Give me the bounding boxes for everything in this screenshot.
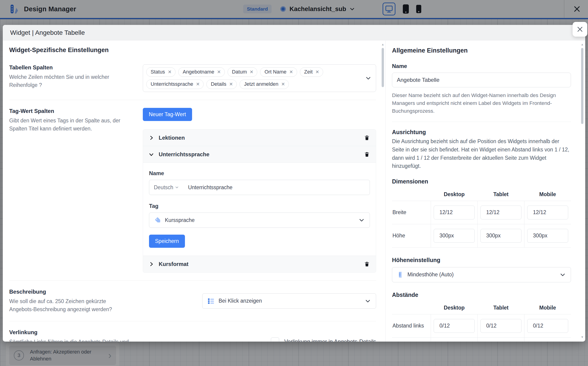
widget-specific-panel: Widget-Spezifische Einstellungen Tabelle… bbox=[3, 41, 385, 342]
verlinkung-checkbox[interactable] bbox=[271, 337, 279, 342]
table-row: Abstand oben bbox=[392, 337, 571, 342]
accordion-row-lektionen[interactable]: Lektionen bbox=[143, 130, 376, 146]
hoehe-tablet-input[interactable] bbox=[480, 229, 521, 243]
column-chip: Details✕ bbox=[206, 79, 237, 89]
dimensionen-label: Dimensionen bbox=[392, 178, 571, 185]
hoeheneinstellung-value: Mindesthöhe (Auto) bbox=[407, 272, 556, 278]
modal-header: Widget | Angebote Tabelle bbox=[3, 25, 585, 41]
column-header: Tablet bbox=[478, 188, 524, 201]
accordion-row-kursformat[interactable]: Kursformat bbox=[143, 256, 376, 272]
field-description: Wie soll die auf ca. 250 Zeichen gekürzt… bbox=[9, 297, 129, 313]
trash-icon[interactable] bbox=[364, 152, 370, 157]
chevron-down-icon[interactable] bbox=[560, 272, 566, 278]
field-description: Welche Zeilen möchten Sie und in welcher… bbox=[9, 73, 129, 89]
column-header: Mobile bbox=[524, 301, 571, 314]
column-header: Desktop bbox=[431, 188, 478, 201]
tag-name-value: Unterrichtssprache bbox=[188, 184, 232, 191]
right-panel-scrollbar: ▲ ▼ bbox=[581, 43, 584, 339]
scrollbar-thumb[interactable] bbox=[382, 48, 384, 87]
spacing-table: Desktop Tablet Mobile Abstand links Abst… bbox=[392, 301, 571, 342]
chevron-down-icon[interactable] bbox=[149, 152, 154, 157]
hoehe-mobile-input[interactable] bbox=[527, 229, 568, 243]
left-panel-scrollbar: ▲ bbox=[381, 43, 384, 339]
modal-close-button[interactable] bbox=[573, 22, 587, 37]
chip-remove-icon[interactable]: ✕ bbox=[250, 70, 253, 74]
chip-remove-icon[interactable]: ✕ bbox=[229, 82, 233, 86]
table-row: Höhe bbox=[392, 224, 571, 247]
chip-remove-icon[interactable]: ✕ bbox=[217, 70, 221, 74]
field-description: Gibt den Wert eines Tags in der Spalte a… bbox=[9, 117, 129, 132]
chevron-right-icon[interactable] bbox=[149, 262, 154, 267]
right-panel-heading: Allgemeine Einstellungen bbox=[392, 47, 571, 54]
screen: Design Manager Standard Kachelansicht_su… bbox=[0, 0, 588, 366]
scrollbar-thumb[interactable] bbox=[581, 48, 583, 124]
column-chip: Jetzt anmelden✕ bbox=[239, 79, 289, 89]
section-tabellen-spalten: Tabellen Spalten Welche Zeilen möchten S… bbox=[9, 64, 376, 92]
left-panel-heading: Widget-Spezifische Einstellungen bbox=[9, 46, 376, 54]
column-header: Tablet bbox=[478, 301, 524, 314]
tag-select[interactable]: Kurssprache bbox=[149, 213, 370, 228]
table-row: Breite bbox=[392, 201, 571, 224]
chip-remove-icon[interactable]: ✕ bbox=[168, 70, 171, 74]
new-tag-value-button[interactable]: Neuer Tag-Wert bbox=[143, 108, 192, 121]
tag-select-value: Kurssprache bbox=[165, 217, 354, 223]
description-select-value: Bei Klick anzeigen bbox=[219, 298, 361, 304]
abstand-links-mobile-input[interactable] bbox=[527, 319, 568, 333]
abstand-links-tablet-input[interactable] bbox=[480, 319, 521, 333]
column-chip: Datum✕ bbox=[228, 67, 258, 77]
accordion-row-unterrichtssprache[interactable]: Unterrichtssprache bbox=[143, 146, 376, 163]
field-label: Tabellen Spalten bbox=[9, 64, 129, 71]
trash-icon[interactable] bbox=[364, 261, 370, 267]
field-label: Tag-Wert Spalten bbox=[9, 108, 129, 114]
tag-value-accordion-list: Lektionen Unterrichtssprache bbox=[143, 129, 376, 273]
name-label: Name bbox=[149, 170, 370, 176]
chevron-down-icon[interactable] bbox=[365, 75, 371, 81]
language-selector[interactable]: Deutsch bbox=[154, 184, 179, 191]
modal-title: Widget | Angebote Tabelle bbox=[10, 29, 85, 36]
hoehe-desktop-input[interactable] bbox=[434, 229, 475, 243]
general-settings-panel: Allgemeine Einstellungen Name Dieser Nam… bbox=[385, 41, 585, 342]
row-label: Höhe bbox=[392, 224, 431, 247]
breite-mobile-input[interactable] bbox=[527, 206, 568, 219]
section-divider bbox=[9, 321, 376, 321]
description-display-select[interactable]: Bei Klick anzeigen bbox=[202, 293, 376, 309]
scroll-down-arrow[interactable]: ▼ bbox=[581, 336, 584, 339]
column-header: Desktop bbox=[431, 301, 478, 314]
chip-remove-icon[interactable]: ✕ bbox=[289, 70, 293, 74]
tag-name-input[interactable]: Deutsch Unterrichtssprache bbox=[149, 180, 370, 195]
scroll-up-arrow[interactable]: ▲ bbox=[581, 43, 584, 46]
column-chip: Status✕ bbox=[146, 67, 176, 77]
column-chip: Angebotname✕ bbox=[178, 67, 225, 77]
row-label: Abstand links bbox=[392, 314, 431, 337]
abstaende-label: Abstände bbox=[392, 291, 571, 298]
trash-icon[interactable] bbox=[364, 135, 370, 141]
field-label: Verlinkung bbox=[9, 329, 129, 336]
chip-remove-icon[interactable]: ✕ bbox=[281, 82, 285, 86]
chip-remove-icon[interactable]: ✕ bbox=[315, 70, 319, 74]
chevron-right-icon[interactable] bbox=[149, 136, 154, 140]
breite-tablet-input[interactable] bbox=[480, 206, 521, 219]
scroll-up-arrow[interactable]: ▲ bbox=[381, 43, 384, 46]
accordion-expanded-content: Name Deutsch Unterrichtssprache Tag bbox=[143, 163, 376, 256]
column-header: Mobile bbox=[524, 188, 571, 201]
chevron-down-icon[interactable] bbox=[359, 217, 365, 223]
ausrichtung-description: Die Ausrichtung bezieht sich auf die Pos… bbox=[392, 137, 571, 170]
column-chip: Unterrichtssprache✕ bbox=[146, 79, 204, 89]
abstand-links-desktop-input[interactable] bbox=[434, 319, 475, 333]
field-description: Sämtliche Links führen in die Angebots-D… bbox=[9, 338, 129, 342]
chip-remove-icon[interactable]: ✕ bbox=[196, 82, 200, 86]
hoeheneinstellung-label: Höheneinstellung bbox=[392, 257, 571, 263]
section-divider bbox=[9, 281, 376, 281]
section-tag-wert: Tag-Wert Spalten Gibt den Wert eines Tag… bbox=[9, 108, 376, 273]
breite-desktop-input[interactable] bbox=[434, 206, 475, 219]
list-icon bbox=[208, 297, 215, 305]
widget-name-input[interactable] bbox=[392, 73, 571, 87]
save-tag-button[interactable]: Speichern bbox=[149, 235, 185, 248]
columns-multiselect[interactable]: Status✕ Angebotname✕ Datum✕ Ort Name✕ Ze… bbox=[143, 64, 376, 92]
section-divider bbox=[392, 122, 571, 122]
hoeheneinstellung-select[interactable]: Mindesthöhe (Auto) bbox=[392, 267, 571, 282]
section-verlinkung: Verlinkung Sämtliche Links führen in die… bbox=[9, 329, 376, 342]
chevron-down-icon[interactable] bbox=[365, 298, 371, 304]
verlinkung-checkbox-label: Verlinkung immer in Angebots-Details bbox=[284, 338, 376, 342]
widget-settings-modal: Widget | Angebote Tabelle Widget-Spezifi… bbox=[3, 25, 585, 342]
